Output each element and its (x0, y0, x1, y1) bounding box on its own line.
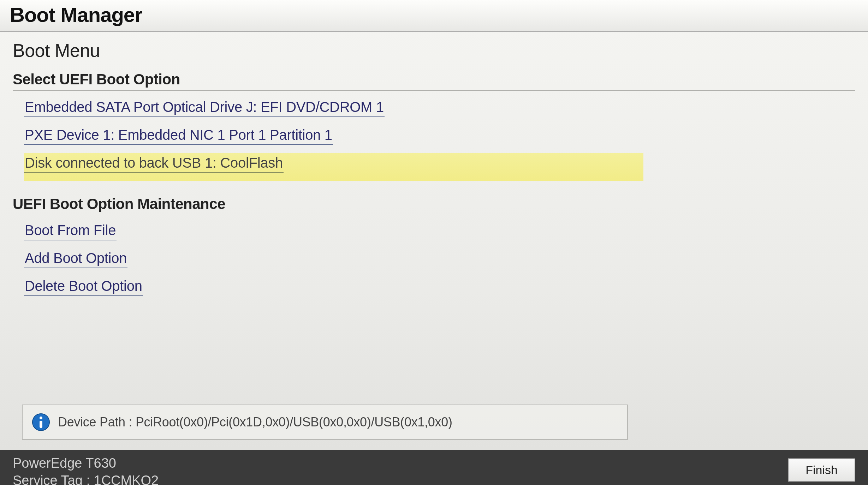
delete-boot-option[interactable]: Delete Boot Option (24, 276, 143, 296)
svg-point-1 (40, 417, 42, 419)
footer-bar: PowerEdge T630 Service Tag : 1CCMKQ2 Fin… (0, 450, 868, 485)
boot-option-list: Embedded SATA Port Optical Drive J: EFI … (24, 97, 855, 181)
maintenance-option-row[interactable]: Delete Boot Option (24, 276, 855, 304)
maintenance-option-list: Boot From File Add Boot Option Delete Bo… (24, 220, 855, 304)
info-icon (32, 413, 50, 431)
title-bar: Boot Manager (0, 0, 868, 32)
boot-option-optical[interactable]: Embedded SATA Port Optical Drive J: EFI … (24, 97, 385, 117)
service-tag-value: 1CCMKQ2 (94, 473, 159, 485)
content-area: Boot Menu Select UEFI Boot Option Embedd… (0, 32, 868, 304)
service-tag-line: Service Tag : 1CCMKQ2 (13, 472, 159, 485)
boot-menu-subtitle: Boot Menu (13, 40, 855, 61)
maintenance-heading: UEFI Boot Option Maintenance (13, 196, 855, 212)
maintenance-option-row[interactable]: Boot From File (24, 220, 855, 248)
boot-manager-window: Boot Manager Boot Menu Select UEFI Boot … (0, 0, 868, 485)
boot-option-usb[interactable]: Disk connected to back USB 1: CoolFlash (24, 153, 284, 173)
finish-button[interactable]: Finish (788, 458, 855, 482)
footer-info: PowerEdge T630 Service Tag : 1CCMKQ2 (13, 455, 159, 485)
service-tag-label: Service Tag : (13, 473, 90, 485)
boot-option-pxe[interactable]: PXE Device 1: Embedded NIC 1 Port 1 Part… (24, 125, 333, 145)
add-boot-option[interactable]: Add Boot Option (24, 248, 127, 268)
boot-option-row-selected[interactable]: Disk connected to back USB 1: CoolFlash (24, 153, 643, 181)
maintenance-option-row[interactable]: Add Boot Option (24, 248, 855, 276)
boot-option-row[interactable]: Embedded SATA Port Optical Drive J: EFI … (24, 97, 855, 125)
model-label: PowerEdge T630 (13, 455, 159, 472)
boot-option-row[interactable]: PXE Device 1: Embedded NIC 1 Port 1 Part… (24, 125, 855, 153)
device-path-text: Device Path : PciRoot(0x0)/Pci(0x1D,0x0)… (58, 415, 452, 430)
info-box: Device Path : PciRoot(0x0)/Pci(0x1D,0x0)… (22, 405, 628, 440)
select-uefi-heading: Select UEFI Boot Option (13, 71, 855, 91)
page-title: Boot Manager (10, 3, 858, 26)
svg-rect-2 (40, 421, 42, 428)
boot-from-file-option[interactable]: Boot From File (24, 220, 117, 240)
